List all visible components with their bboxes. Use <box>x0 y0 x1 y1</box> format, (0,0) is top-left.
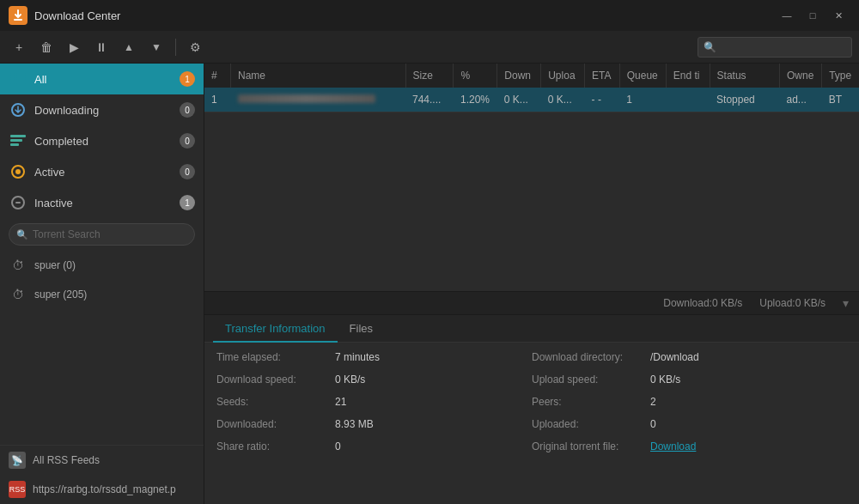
cell-num: 1 <box>204 88 231 112</box>
search-input[interactable] <box>721 41 846 53</box>
seeds-label: Seeds: <box>216 396 328 408</box>
expand-arrow[interactable]: ▾ <box>843 296 849 310</box>
peers-value: 2 <box>650 396 656 408</box>
start-button[interactable]: ▶ <box>62 35 86 59</box>
inactive-badge: 1 <box>180 195 195 210</box>
sidebar-item-downloading[interactable]: Downloading 0 <box>0 94 204 125</box>
all-icon <box>9 70 27 88</box>
torrent-search-box: 🔍 <box>9 223 195 246</box>
col-queue: Queue <box>619 64 666 88</box>
cell-name <box>231 88 405 112</box>
rss-all-feeds[interactable]: 📡 All RSS Feeds <box>0 446 204 475</box>
info-row-dlspeed: Download speed: 0 KB/s <box>216 373 532 392</box>
user-super-label: super (205) <box>34 288 87 301</box>
col-percent: % <box>454 64 497 88</box>
close-button[interactable]: ✕ <box>826 7 850 24</box>
svg-rect-8 <box>10 135 26 137</box>
user-clock-icon-2: ⏱ <box>9 285 27 304</box>
dlspeed-value: 0 KB/s <box>335 373 365 386</box>
col-name: Name <box>231 64 405 88</box>
cell-endtime <box>666 88 710 112</box>
toolbar: + 🗑 ▶ ⏸ ▲ ▼ ⚙ 🔍 <box>0 31 859 64</box>
svg-rect-2 <box>16 73 26 76</box>
completed-label: Completed <box>34 135 180 148</box>
downloading-badge: 0 <box>180 102 195 118</box>
sidebar-item-active[interactable]: Active 0 <box>0 156 204 187</box>
info-row-torrent-file: Original torrent file: Download <box>532 440 847 459</box>
cell-owner: ad... <box>779 88 821 112</box>
cell-upload: 0 K... <box>541 88 585 112</box>
sidebar-item-inactive[interactable]: Inactive 1 <box>0 187 204 218</box>
sidebar-user-super[interactable]: ⏱ super (205) <box>0 280 204 309</box>
downloading-icon <box>9 100 27 119</box>
ulspeed-label: Upload speed: <box>532 373 643 386</box>
share-label: Share ratio: <box>216 440 328 452</box>
col-num: # <box>204 64 231 88</box>
transfer-info-right: Download directory: /Download Upload spe… <box>532 351 847 495</box>
maximize-button[interactable]: □ <box>801 7 825 24</box>
uploaded-label: Uploaded: <box>532 418 643 430</box>
torrent-file-link[interactable]: Download <box>650 440 696 452</box>
uploaded-value: 0 <box>650 418 656 430</box>
rss-feed-item[interactable]: RSS https://rarbg.to/rssdd_magnet.p <box>0 475 204 504</box>
rss-feed-icon: RSS <box>9 481 26 498</box>
cell-status: Stopped <box>710 88 779 112</box>
cell-type: BT <box>822 88 859 112</box>
info-row-uploaded: Uploaded: 0 <box>532 418 847 437</box>
transfer-content: Time elapsed: 7 minutes Download speed: … <box>204 343 859 504</box>
rss-feed-label: https://rarbg.to/rssdd_magnet.p <box>33 483 176 495</box>
speed-bar: Download:0 KB/s Upload:0 KB/s ▾ <box>204 291 859 315</box>
app-title: Download Center <box>34 9 775 22</box>
tab-transfer-information[interactable]: Transfer Information <box>213 315 338 343</box>
main-layout: All 1 Downloading 0 Complet <box>0 64 859 504</box>
share-value: 0 <box>335 440 341 452</box>
info-row-dldir: Download directory: /Download <box>532 351 847 370</box>
col-size: Size <box>405 64 454 88</box>
svg-point-12 <box>15 169 21 174</box>
svg-rect-3 <box>10 77 15 80</box>
window-controls: — □ ✕ <box>775 7 850 24</box>
cell-down: 0 K... <box>497 88 541 112</box>
tab-files[interactable]: Files <box>338 315 385 343</box>
info-row-time: Time elapsed: 7 minutes <box>216 351 532 370</box>
download-speed-label: Download:0 KB/s <box>663 297 742 309</box>
settings-button[interactable]: ⚙ <box>183 35 207 59</box>
upload-speed-label: Upload:0 KB/s <box>759 297 825 309</box>
svg-rect-6 <box>16 82 26 84</box>
info-row-ulspeed: Upload speed: 0 KB/s <box>532 373 847 392</box>
col-status: Status <box>710 64 779 88</box>
torrent-search-input[interactable] <box>33 228 187 240</box>
delete-button[interactable]: 🗑 <box>34 35 58 59</box>
dldir-value: /Download <box>650 351 699 363</box>
minimize-button[interactable]: — <box>775 7 799 24</box>
sidebar: All 1 Downloading 0 Complet <box>0 64 204 504</box>
svg-rect-4 <box>16 77 26 80</box>
add-button[interactable]: + <box>7 35 31 59</box>
sidebar-item-completed[interactable]: Completed 0 <box>0 125 204 156</box>
table-row[interactable]: 1 744.... 1.20% 0 K... 0 K... - - 1 Stop… <box>204 88 859 112</box>
info-row-peers: Peers: 2 <box>532 396 847 415</box>
info-row-seeds: Seeds: 21 <box>216 396 532 415</box>
user-clock-icon-1: ⏱ <box>9 256 27 275</box>
rss-all-icon: 📡 <box>9 452 26 469</box>
move-down-button[interactable]: ▼ <box>144 35 168 59</box>
move-up-button[interactable]: ▲ <box>117 35 141 59</box>
pause-button[interactable]: ⏸ <box>89 35 113 59</box>
sidebar-user-spuer[interactable]: ⏱ spuer (0) <box>0 251 204 280</box>
completed-badge: 0 <box>180 133 195 149</box>
tab-bar: Transfer Information Files <box>204 315 859 343</box>
active-badge: 0 <box>180 164 195 179</box>
cell-eta: - - <box>585 88 620 112</box>
content-area: # Name Size % Down Uploa ETA Queue End t… <box>204 64 859 504</box>
downloading-label: Downloading <box>34 104 180 117</box>
download-table: # Name Size % Down Uploa ETA Queue End t… <box>204 64 859 291</box>
search-icon: 🔍 <box>704 41 716 53</box>
downloaded-label: Downloaded: <box>216 418 328 430</box>
time-value: 7 minutes <box>335 351 380 363</box>
sidebar-item-all[interactable]: All 1 <box>0 64 204 94</box>
rss-all-label: All RSS Feeds <box>33 454 100 466</box>
info-row-downloaded: Downloaded: 8.93 MB <box>216 418 532 437</box>
downloaded-value: 8.93 MB <box>335 418 374 430</box>
svg-rect-1 <box>10 73 15 76</box>
title-bar: Download Center — □ ✕ <box>0 0 859 31</box>
